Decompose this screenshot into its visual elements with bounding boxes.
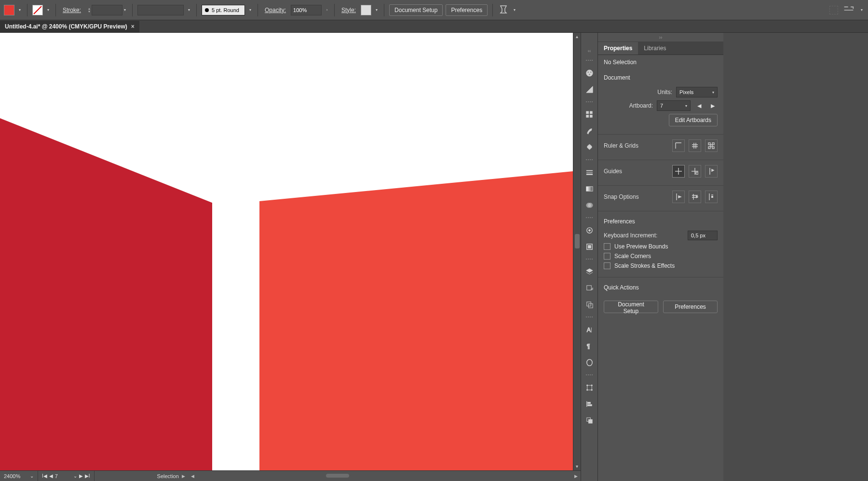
arrange-docs-icon[interactable] <box>843 4 854 16</box>
use-preview-bounds-checkbox[interactable] <box>604 243 610 250</box>
stroke-dropdown-caret[interactable]: ▾ <box>46 5 51 15</box>
svg-rect-22 <box>588 303 593 308</box>
fill-swatch[interactable] <box>4 5 14 15</box>
hscroll-left[interactable]: ◀ <box>191 474 194 479</box>
color-panel-icon[interactable] <box>582 66 597 80</box>
panel-collapse-handle[interactable]: ›› <box>598 33 723 41</box>
svg-rect-9 <box>590 115 592 117</box>
first-artboard-button[interactable]: I◀ <box>42 473 47 479</box>
variable-width-profile[interactable] <box>137 5 184 15</box>
align-panel-icon[interactable] <box>582 397 597 411</box>
pathfinder-panel-icon[interactable] <box>582 413 597 427</box>
asset-export-panel-icon[interactable] <box>582 281 597 295</box>
preferences-button[interactable]: Preferences <box>446 4 488 16</box>
artboard-dropdown[interactable]: 7▾ <box>657 100 691 111</box>
grid-toggle-icon[interactable] <box>689 139 701 152</box>
scroll-thumb[interactable] <box>575 234 580 248</box>
graphic-styles-panel-icon[interactable] <box>582 239 597 254</box>
smart-guides-icon[interactable] <box>705 165 718 178</box>
units-dropdown[interactable]: Pixels▾ <box>676 87 718 97</box>
appearance-panel-icon[interactable] <box>582 223 597 237</box>
character-panel-icon[interactable]: A <box>582 322 597 337</box>
brush-definition[interactable]: 5 pt. Round <box>202 5 245 15</box>
pinning-caret[interactable]: ▾ <box>512 5 517 15</box>
opacity-input[interactable] <box>291 5 322 15</box>
opentype-panel-icon[interactable] <box>582 355 597 370</box>
strip-handle[interactable]: ‹‹ <box>588 46 591 55</box>
transform-panel-icon[interactable] <box>582 380 597 395</box>
artboard-nav-input[interactable] <box>55 473 71 479</box>
style-caret[interactable]: ▾ <box>374 5 379 15</box>
control-bar: ▾ ▾ Stroke: ▲▼ ▾ ▾ 5 pt. Round ▾ Opacity… <box>0 0 868 20</box>
stroke-weight-caret[interactable]: ▾ <box>122 5 127 15</box>
artboards-panel-icon[interactable] <box>582 297 597 312</box>
stroke-swatch[interactable] <box>32 5 43 15</box>
tab-libraries[interactable]: Libraries <box>638 42 672 55</box>
svg-rect-19 <box>588 245 591 248</box>
paragraph-panel-icon[interactable]: ¶ <box>582 339 597 353</box>
color-guide-panel-icon[interactable] <box>582 82 597 96</box>
layers-panel-icon[interactable] <box>582 264 597 279</box>
symbols-panel-icon[interactable] <box>582 140 597 154</box>
graphic-style-swatch[interactable] <box>361 5 371 15</box>
pinning-icon[interactable] <box>498 4 509 16</box>
quick-document-setup-button[interactable]: Document Setup <box>604 301 658 313</box>
snap-to-point-icon[interactable] <box>672 191 685 203</box>
stroke-weight-stepper[interactable]: ▲▼ <box>87 5 92 15</box>
layout-icon[interactable] <box>829 6 838 14</box>
snap-to-pixel-icon[interactable] <box>705 191 718 203</box>
scroll-down-arrow[interactable]: ▾ <box>573 463 581 470</box>
stroke-weight-input[interactable] <box>92 5 122 15</box>
hscroll-right[interactable]: ▶ <box>574 474 578 479</box>
next-artboard-button[interactable]: ▶ <box>79 473 83 479</box>
artwork-red-dark-shape[interactable] <box>0 118 212 470</box>
transparency-grid-icon[interactable] <box>705 139 718 152</box>
vertical-scrollbar[interactable]: ▴ ▾ <box>573 33 581 470</box>
zoom-caret[interactable]: ⌄ <box>30 473 34 479</box>
rulers-toggle-icon[interactable] <box>672 139 685 152</box>
document-setup-button[interactable]: Document Setup <box>389 4 443 16</box>
lock-guides-icon[interactable] <box>689 165 701 178</box>
artboard-next-button[interactable]: ▶ <box>708 101 718 110</box>
gradient-panel-icon[interactable] <box>582 181 597 196</box>
prev-artboard-button[interactable]: ◀ <box>49 473 53 479</box>
artboard-canvas[interactable] <box>0 33 573 470</box>
brush-caret[interactable]: ▾ <box>248 5 253 15</box>
quick-preferences-button[interactable]: Preferences <box>663 301 718 313</box>
opacity-caret[interactable]: › <box>325 5 329 15</box>
scale-corners-label: Scale Corners <box>614 253 651 260</box>
scale-strokes-label: Scale Strokes & Effects <box>614 262 675 269</box>
artboard-prev-button[interactable]: ◀ <box>694 101 704 110</box>
separator <box>492 4 493 16</box>
svg-rect-36 <box>588 419 592 423</box>
scale-strokes-checkbox[interactable] <box>604 262 610 269</box>
artboard-nav-caret[interactable]: ⌄ <box>73 473 77 479</box>
keyboard-increment-input[interactable] <box>688 231 718 240</box>
scroll-up-arrow[interactable]: ▴ <box>573 33 581 41</box>
brushes-panel-icon[interactable] <box>582 124 597 138</box>
arrange-caret[interactable]: ▾ <box>859 5 864 15</box>
document-tab-title: Untitled-4.ai* @ 2400% (CMYK/GPU Preview… <box>5 23 127 30</box>
opacity-label[interactable]: Opacity: <box>265 7 286 14</box>
close-tab-icon[interactable]: × <box>131 23 135 30</box>
swatches-panel-icon[interactable] <box>582 107 597 122</box>
svg-rect-6 <box>586 111 588 113</box>
edit-artboards-button[interactable]: Edit Artboards <box>669 114 718 126</box>
fill-dropdown-caret[interactable]: ▾ <box>17 5 22 15</box>
document-tab[interactable]: Untitled-4.ai* @ 2400% (CMYK/GPU Preview… <box>0 21 139 32</box>
svg-rect-50 <box>711 196 713 198</box>
style-label[interactable]: Style: <box>341 7 356 14</box>
variable-width-caret[interactable]: ▾ <box>187 5 191 15</box>
zoom-input[interactable] <box>4 473 28 479</box>
scale-corners-checkbox[interactable] <box>604 253 610 260</box>
status-arrow-right[interactable]: ▶ <box>182 474 185 479</box>
stroke-panel-icon[interactable] <box>582 165 597 179</box>
snap-to-grid-icon[interactable] <box>689 191 701 203</box>
artwork-red-light-shape[interactable] <box>259 171 573 470</box>
transparency-panel-icon[interactable] <box>582 198 597 212</box>
stroke-label[interactable]: Stroke: <box>63 7 81 14</box>
tab-properties[interactable]: Properties <box>598 42 638 55</box>
separator <box>258 4 258 16</box>
show-guides-icon[interactable] <box>672 165 685 178</box>
last-artboard-button[interactable]: ▶I <box>85 473 90 479</box>
